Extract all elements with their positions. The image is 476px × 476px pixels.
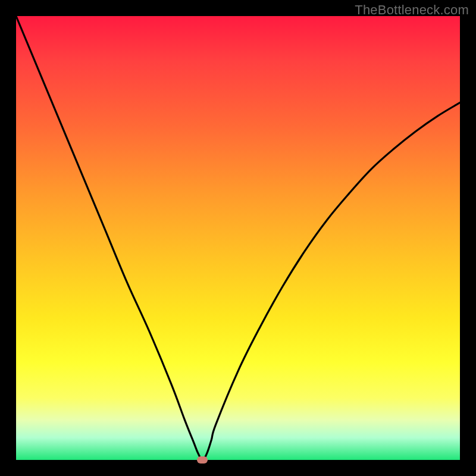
bottleneck-curve xyxy=(16,16,460,460)
minimum-marker xyxy=(197,456,208,464)
chart-frame: TheBottleneck.com xyxy=(0,0,476,476)
plot-area xyxy=(16,16,460,460)
